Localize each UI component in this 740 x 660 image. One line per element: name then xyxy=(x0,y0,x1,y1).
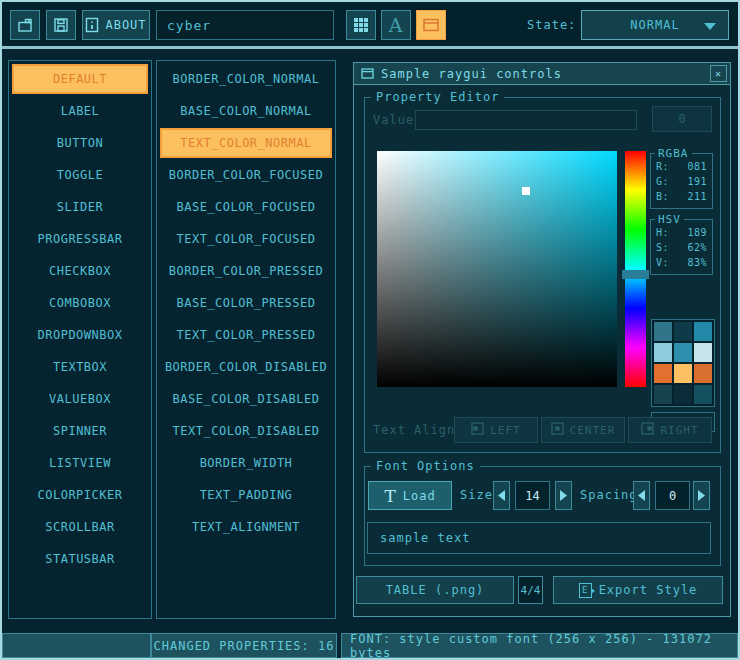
list-item[interactable]: BASE_COLOR_NORMAL xyxy=(160,96,332,126)
color-swatch[interactable] xyxy=(674,343,692,362)
property-editor-group: Property Editor Value: 0 RGBA R:081 G:19… xyxy=(364,97,721,453)
state-value: NORMAL xyxy=(630,18,679,32)
color-swatch[interactable] xyxy=(674,385,692,404)
list-item[interactable]: TEXT_COLOR_FOCUSED xyxy=(160,224,332,254)
list-item[interactable]: SLIDER xyxy=(12,192,148,222)
hue-slider-handle[interactable] xyxy=(622,270,649,279)
list-item[interactable]: CHECKBOX xyxy=(12,256,148,286)
list-item[interactable]: DROPDOWNBOX xyxy=(12,320,148,350)
list-item[interactable]: COMBOBOX xyxy=(12,288,148,318)
window-titlebar[interactable]: Sample raygui controls ✕ xyxy=(354,63,730,85)
list-item[interactable]: LABEL xyxy=(12,96,148,126)
list-item[interactable]: BASE_COLOR_FOCUSED xyxy=(160,192,332,222)
font-atlas-view-button[interactable]: A xyxy=(381,10,411,40)
text-alignment-label: Text Alignmen xyxy=(373,423,457,437)
spacing-valuebox[interactable]: 0 xyxy=(655,481,690,510)
list-item[interactable]: BORDER_COLOR_NORMAL xyxy=(160,64,332,94)
list-item[interactable]: BUTTON xyxy=(12,128,148,158)
list-item[interactable]: LISTVIEW xyxy=(12,448,148,478)
statusbar-changed-properties: CHANGED PROPERTIES: 16 xyxy=(151,633,337,658)
color-swatch[interactable] xyxy=(654,364,672,383)
load-font-button[interactable]: T Load xyxy=(368,481,452,510)
color-picker-panel[interactable] xyxy=(377,151,617,387)
color-swatch[interactable] xyxy=(694,385,712,404)
list-item[interactable]: TEXT_COLOR_DISABLED xyxy=(160,416,332,446)
spacing-decrease-button[interactable] xyxy=(633,481,650,510)
align-center-icon xyxy=(551,422,564,438)
chevron-right-icon xyxy=(697,489,706,502)
hsv-title: HSV xyxy=(655,213,684,226)
floppy-save-icon xyxy=(52,16,70,34)
color-swatch[interactable] xyxy=(694,322,712,341)
color-swatch[interactable] xyxy=(654,343,672,362)
list-item[interactable]: TOGGLE xyxy=(12,160,148,190)
align-right-button[interactable]: RIGHT xyxy=(628,417,712,443)
window-title: Sample raygui controls xyxy=(381,67,562,81)
style-name-input[interactable] xyxy=(156,10,334,40)
size-decrease-button[interactable] xyxy=(493,481,510,510)
list-item[interactable]: VALUEBOX xyxy=(12,384,148,414)
export-style-button[interactable]: E Export Style xyxy=(553,576,723,604)
list-item[interactable]: BORDER_COLOR_DISABLED xyxy=(160,352,332,382)
size-valuebox[interactable]: 14 xyxy=(515,481,550,510)
list-item[interactable]: DEFAULT xyxy=(12,64,148,94)
sample-controls-window: Sample raygui controls ✕ Property Editor… xyxy=(353,62,731,617)
list-item[interactable]: PROGRESSBAR xyxy=(12,224,148,254)
close-icon[interactable]: ✕ xyxy=(710,65,727,82)
align-left-icon xyxy=(471,422,484,438)
list-item[interactable]: BASE_COLOR_DISABLED xyxy=(160,384,332,414)
list-item[interactable]: COLORPICKER xyxy=(12,480,148,510)
table-png-button[interactable]: TABLE (.png) xyxy=(356,576,514,604)
list-item[interactable]: TEXT_COLOR_NORMAL xyxy=(160,128,332,158)
color-swatch[interactable] xyxy=(674,322,692,341)
rgba-row-b: B:211 xyxy=(651,189,712,204)
about-label: ABOUT xyxy=(105,18,146,32)
hsv-row-h: H:189 xyxy=(651,225,712,240)
color-picker-cursor[interactable] xyxy=(522,187,530,195)
open-style-button[interactable] xyxy=(10,10,40,40)
hue-slider[interactable] xyxy=(625,151,646,387)
color-swatches-grid xyxy=(651,319,715,407)
rgba-group: RGBA R:081 G:191 B:211 xyxy=(650,153,713,209)
info-icon xyxy=(85,17,99,33)
list-item[interactable]: STATUSBAR xyxy=(12,544,148,574)
list-item[interactable]: BASE_COLOR_PRESSED xyxy=(160,288,332,318)
list-item[interactable]: TEXT_ALIGNMENT xyxy=(160,512,332,542)
controls-preview-button[interactable] xyxy=(416,10,446,40)
list-item[interactable]: SPINNER xyxy=(12,416,148,446)
color-swatch[interactable] xyxy=(654,385,672,404)
list-item[interactable]: BORDER_COLOR_FOCUSED xyxy=(160,160,332,190)
list-item[interactable]: BORDER_WIDTH xyxy=(160,448,332,478)
about-button[interactable]: ABOUT xyxy=(82,10,150,40)
color-swatch[interactable] xyxy=(694,343,712,362)
save-style-button[interactable] xyxy=(46,10,76,40)
sample-text-textbox[interactable]: sample text xyxy=(367,522,711,554)
list-item[interactable]: TEXTBOX xyxy=(12,352,148,382)
color-swatch[interactable] xyxy=(674,364,692,383)
value-input[interactable] xyxy=(415,110,637,130)
rgba-title: RGBA xyxy=(655,147,692,160)
rgba-row-g: G:191 xyxy=(651,174,712,189)
font-t-icon: T xyxy=(384,486,396,506)
list-item[interactable]: TEXT_COLOR_PRESSED xyxy=(160,320,332,350)
list-item[interactable]: BORDER_COLOR_PRESSED xyxy=(160,256,332,286)
list-item[interactable]: SCROLLBAR xyxy=(12,512,148,542)
align-left-button[interactable]: LEFT xyxy=(454,417,538,443)
spacing-increase-button[interactable] xyxy=(693,481,710,510)
controls-list: DEFAULTLABELBUTTONTOGGLESLIDERPROGRESSBA… xyxy=(8,60,152,619)
font-options-title: Font Options xyxy=(371,459,480,473)
statusbar-left-segment xyxy=(2,633,151,658)
value-spinner-button[interactable]: 0 xyxy=(652,106,712,132)
style-table-view-button[interactable] xyxy=(346,10,376,40)
color-swatch[interactable] xyxy=(694,364,712,383)
chevron-right-icon xyxy=(559,489,568,502)
size-increase-button[interactable] xyxy=(555,481,572,510)
state-dropdown[interactable]: NORMAL xyxy=(581,10,729,40)
color-swatch[interactable] xyxy=(654,322,672,341)
window-icon xyxy=(422,17,440,33)
page-indicator-valuebox[interactable]: 4/4 xyxy=(518,576,543,604)
list-item[interactable]: TEXT_PADDING xyxy=(160,480,332,510)
toolbar: ABOUT A State: NORMA xyxy=(0,0,740,49)
hsv-row-s: S:62% xyxy=(651,240,712,255)
align-center-button[interactable]: CENTER xyxy=(541,417,625,443)
